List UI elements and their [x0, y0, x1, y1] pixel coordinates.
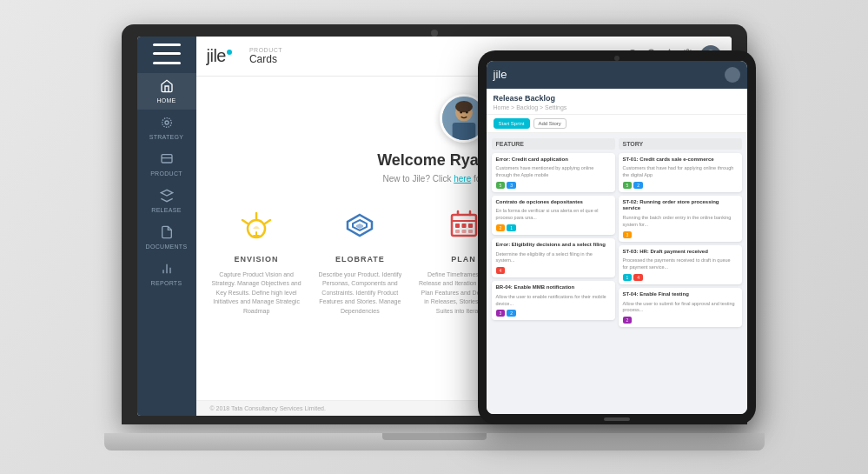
home-icon	[160, 79, 174, 96]
elobrate-desc: Describe your Product. Identify Personas…	[315, 270, 405, 317]
svg-rect-2	[162, 154, 172, 162]
tag: 2	[623, 317, 633, 324]
sidebar-item-label: PRODUCT	[150, 170, 182, 177]
sidebar-item-release[interactable]: RELEASE	[137, 183, 196, 219]
svg-rect-34	[455, 224, 460, 228]
envision-desc: Capture Product Vision and Strategy. Man…	[212, 270, 301, 317]
tag: 4	[496, 267, 506, 274]
tablet-topbar: jile	[487, 61, 747, 89]
tag: 2	[633, 182, 643, 189]
tag: 1	[623, 274, 633, 281]
footer-left: © 2018 Tata Consultancy Services Limited…	[210, 405, 326, 411]
product-label: PRODUCT	[249, 47, 282, 53]
tag: 3	[507, 182, 516, 189]
envision-icon	[234, 203, 279, 248]
tablet-card[interactable]: Error: Credit card application Customers…	[492, 153, 615, 192]
tag: 2	[496, 224, 506, 231]
feature-envision[interactable]: ENVISION Capture Product Vision and Stra…	[205, 203, 308, 317]
svg-point-17	[455, 101, 473, 112]
logo-dot	[227, 50, 232, 55]
tablet-page-title: Release Backlog	[487, 89, 747, 104]
tag: 5	[496, 182, 506, 189]
product-tour-link[interactable]: here	[454, 174, 471, 184]
tablet-card[interactable]: ST-02: Running order store processing se…	[619, 196, 742, 242]
sidebar-item-label: HOME	[156, 97, 176, 103]
tag: 3	[623, 231, 633, 238]
svg-point-1	[162, 117, 171, 127]
logo: jile	[207, 46, 232, 66]
tablet-card[interactable]: ST-04: Enable Final testing Allow the us…	[619, 288, 742, 327]
laptop-device: HOME STRATEGY PROD	[122, 24, 747, 451]
svg-point-18	[460, 111, 462, 113]
tablet-home-button[interactable]	[604, 417, 630, 421]
tablet-card[interactable]: Contrato de opciones depositantes En la …	[492, 196, 615, 235]
add-story-button[interactable]: Add Story	[533, 118, 567, 129]
feature-col-header: FEATURE	[492, 138, 615, 150]
reports-icon	[160, 262, 174, 278]
tag: 5	[623, 182, 633, 189]
sidebar-item-label: REPORTS	[151, 280, 182, 286]
tag: 4	[633, 274, 643, 281]
svg-line-22	[265, 220, 270, 224]
sidebar-item-label: RELEASE	[151, 207, 181, 213]
strategy-icon	[160, 116, 174, 132]
envision-name: ENVISION	[235, 255, 279, 264]
tablet-breadcrumb: Home > Backlog > Settings	[487, 104, 747, 115]
plan-name: PLAN	[451, 255, 476, 264]
tag: 2	[507, 310, 516, 317]
tablet-logo: jile	[494, 68, 507, 81]
svg-rect-39	[468, 230, 473, 233]
sidebar-item-documents[interactable]: DOCUMENTS	[137, 219, 196, 256]
tag: 3	[496, 310, 506, 317]
tablet-camera	[614, 56, 620, 61]
product-icon	[160, 152, 174, 169]
tablet-card[interactable]: ST-01: Credit cards sale e-commerce Cust…	[619, 153, 742, 192]
tablet-card[interactable]: BR-04: Enable MMB notification Allow the…	[492, 281, 615, 320]
release-icon	[160, 189, 174, 205]
sidebar-item-product[interactable]: PRODUCT	[137, 146, 196, 183]
elobrate-name: ELOBRATE	[335, 255, 385, 264]
laptop-base	[104, 433, 765, 451]
tablet-device: jile Release Backlog Home > Backlog > Se…	[478, 50, 756, 424]
tablet-avatar[interactable]	[725, 67, 740, 83]
story-col-header: STORY	[619, 138, 742, 150]
tablet-feature-column: FEATURE Error: Credit card application C…	[492, 138, 615, 409]
svg-marker-4	[161, 190, 172, 196]
tablet-toolbar: Start Sprint Add Story	[487, 115, 747, 133]
logo-text: jile	[207, 46, 226, 66]
svg-rect-15	[452, 123, 475, 140]
elobrate-icon	[337, 203, 382, 248]
tablet-screen: jile Release Backlog Home > Backlog > Se…	[487, 61, 747, 414]
product-name: Cards	[249, 53, 282, 65]
tablet-card[interactable]: ST-03: HR: Draft payment received Proces…	[619, 245, 742, 284]
svg-rect-37	[455, 230, 460, 233]
tag: 1	[507, 224, 516, 231]
tablet-card[interactable]: Error: Eligibility decisions and a selec…	[492, 238, 615, 277]
documents-icon	[160, 225, 174, 242]
sidebar-item-strategy[interactable]: STRATEGY	[137, 110, 196, 146]
svg-point-19	[466, 111, 468, 113]
start-sprint-button[interactable]: Start Sprint	[494, 118, 530, 129]
svg-rect-35	[461, 224, 466, 228]
svg-rect-38	[461, 230, 466, 233]
svg-marker-29	[356, 224, 363, 229]
tablet-content: Release Backlog Home > Backlog > Setting…	[487, 89, 747, 414]
product-info: PRODUCT Cards	[249, 47, 282, 65]
sidebar-item-home[interactable]: HOME	[137, 73, 196, 110]
tablet-kanban: FEATURE Error: Credit card application C…	[487, 133, 747, 414]
svg-line-23	[242, 220, 248, 224]
sidebar-item-label: STRATEGY	[149, 134, 184, 140]
laptop-camera	[431, 30, 438, 37]
feature-elobrate[interactable]: ELOBRATE Describe your Product. Identify…	[308, 203, 412, 317]
sidebar-item-reports[interactable]: REPORTS	[137, 256, 196, 292]
tablet-story-column: STORY ST-01: Credit cards sale e-commerc…	[619, 138, 742, 409]
sidebar-item-label: DOCUMENTS	[146, 244, 188, 250]
sidebar: HOME STRATEGY PROD	[137, 37, 196, 416]
menu-button[interactable]	[153, 43, 181, 64]
svg-point-0	[165, 121, 169, 124]
svg-rect-36	[468, 224, 473, 228]
